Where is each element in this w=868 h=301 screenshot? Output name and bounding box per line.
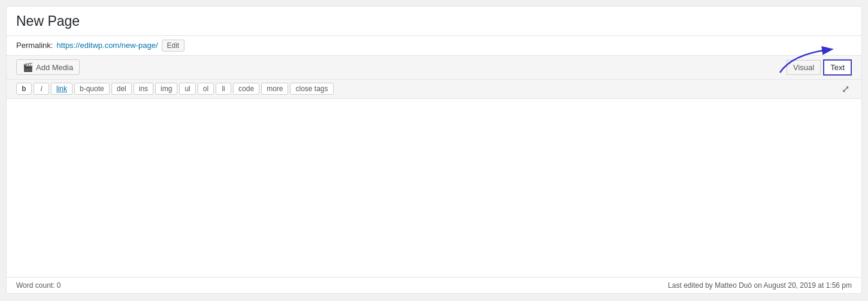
editor-textarea[interactable]: [16, 105, 852, 267]
format-ol-button[interactable]: ol: [198, 83, 214, 95]
format-italic-button[interactable]: i: [34, 83, 49, 95]
format-ins-button[interactable]: ins: [134, 83, 153, 95]
format-del-button[interactable]: del: [111, 83, 132, 95]
format-bold-button[interactable]: b: [16, 83, 32, 95]
tab-visual[interactable]: Visual: [787, 60, 821, 75]
format-ul-button[interactable]: ul: [179, 83, 195, 95]
permalink-link[interactable]: https://editwp.com/new-page/: [56, 41, 158, 50]
word-count-label: Word count:: [16, 281, 55, 290]
permalink-edit-button[interactable]: Edit: [162, 40, 185, 52]
editor-area[interactable]: [7, 99, 861, 277]
tab-group-wrapper: Visual Text: [787, 59, 852, 76]
toolbar-left: 🎬 Add Media: [16, 59, 80, 75]
fullscreen-button[interactable]: ⤢: [839, 82, 852, 96]
format-toolbar: b i link b-quote del ins img ul ol li co…: [7, 80, 861, 99]
format-code-button[interactable]: code: [233, 83, 259, 95]
format-bquote-button[interactable]: b-quote: [74, 83, 110, 95]
format-li-button[interactable]: li: [216, 83, 231, 95]
add-media-label: Add Media: [36, 63, 73, 72]
editor-toolbar: 🎬 Add Media Visual Text: [7, 56, 861, 80]
format-close-tags-button[interactable]: close tags: [290, 83, 333, 95]
status-bar: Word count: 0 Last edited by Matteo Duò …: [7, 277, 861, 293]
add-media-button[interactable]: 🎬 Add Media: [16, 59, 80, 75]
word-count: Word count: 0: [16, 281, 61, 290]
permalink-bar: Permalink: https://editwp.com/new-page/ …: [7, 36, 861, 56]
permalink-label: Permalink:: [16, 41, 53, 50]
add-media-icon: 🎬: [23, 62, 33, 72]
format-more-button[interactable]: more: [261, 83, 288, 95]
tab-text[interactable]: Text: [823, 59, 852, 76]
page-wrapper: New Page Permalink: https://editwp.com/n…: [6, 6, 862, 294]
word-count-value: 0: [57, 281, 61, 290]
page-title-bar: New Page: [7, 7, 861, 36]
last-edited-label: Last edited by Matteo Duò on August 20, …: [668, 281, 852, 290]
format-link-button[interactable]: link: [51, 83, 72, 95]
tab-group: Visual Text: [787, 59, 852, 76]
format-img-button[interactable]: img: [155, 83, 177, 95]
page-title: New Page: [16, 13, 852, 31]
